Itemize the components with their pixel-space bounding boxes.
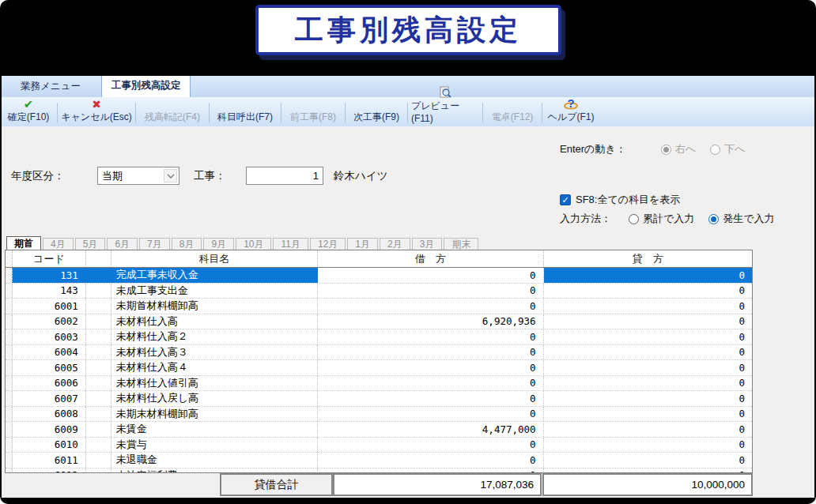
cell-gap [86,299,111,314]
cell-code: 6007 [13,391,86,406]
input-method-option-1[interactable]: 発生で入力 [708,212,774,226]
cell-gap [86,468,111,473]
cell-debit[interactable]: 0 [318,299,543,314]
cell-debit[interactable]: 4,477,000 [318,422,543,437]
chevron-down-icon[interactable] [164,169,177,182]
tab-balance-setting[interactable]: 工事別残高設定 [101,76,191,97]
radio-icon[interactable] [629,214,639,224]
table-row[interactable]: 6011未退職金00 [6,453,752,468]
toolbar-separator [345,103,346,122]
toolbar-button-label: 前工事(F8) [290,111,336,124]
cell-credit: 0 [544,329,752,344]
cell-debit[interactable]: 0 [318,329,543,344]
table-row[interactable]: 6006未材料仕入値引高00 [6,376,752,392]
cell-debit[interactable]: 0 [318,391,543,406]
month-tab-2月[interactable]: 2月 [380,238,410,250]
cell-credit: 0 [544,407,752,422]
enter-option-label: 下へ [724,142,745,156]
cell-name: 未材料仕入値引高 [111,376,318,391]
table-row[interactable]: 6002未材料仕入高6,920,9360 [6,314,752,330]
cell-selector [6,391,13,406]
project-code-value: 1 [313,170,319,182]
toolbar-button-cancel[interactable]: ✖キャンセル(Esc) [61,97,132,126]
toolbar-button-calc: 電卓(F12) [486,97,538,126]
project-name: 鈴木ハイツ [334,169,387,183]
month-tab-5月[interactable]: 5月 [75,238,106,250]
table-row[interactable]: 6012未法定福利費00 [6,468,752,473]
table-row[interactable]: 6001未期首材料棚卸高00 [6,299,752,314]
cell-debit[interactable]: 0 [318,360,543,375]
table-row[interactable]: 6007未材料仕入戻し高00 [6,391,752,407]
balance-grid: コード 科目名 借 方 貸 方 131完成工事未収入金00143未成工事支出金0… [5,250,753,473]
project-label: 工事： [194,169,226,183]
month-tab-3月[interactable]: 3月 [412,238,443,250]
cell-gap [86,329,111,344]
cell-debit[interactable]: 0 [318,284,543,299]
toolbar-button-label: 残高転記(F4) [145,111,200,124]
month-tab-6月[interactable]: 6月 [107,238,138,250]
month-tab-11月[interactable]: 11月 [273,238,308,250]
cell-debit[interactable]: 6,920,936 [318,314,543,329]
month-tab-9月[interactable]: 9月 [203,238,234,250]
enter-direction-group: Enterの動き： 右へ下へ [560,142,745,156]
cell-selector [6,268,13,283]
toolbar: ✔確定(F10)✖キャンセル(Esc)残高転記(F4)科目呼出(F7)前工事(F… [2,97,814,127]
cell-credit: 0 [544,422,752,437]
year-section-select[interactable]: 当期 [97,167,179,185]
cell-gap [86,314,111,329]
cell-selector [6,468,13,473]
cell-debit[interactable]: 0 [318,453,543,468]
month-tab-1月[interactable]: 1月 [347,238,378,250]
cell-debit[interactable]: 0 [318,345,543,360]
table-row[interactable]: 6010未賞与00 [6,438,752,453]
project-code-input[interactable]: 1 [246,167,323,185]
toolbar-button-preview[interactable]: プレビュー(F11) [411,97,479,126]
cell-credit: 0 [544,391,752,406]
month-tab-8月[interactable]: 8月 [172,238,202,250]
cell-code: 6002 [13,314,86,329]
month-tab-10月[interactable]: 10月 [236,238,271,250]
input-method-option-0[interactable]: 累計で入力 [629,212,694,226]
grid-header-gap [86,250,111,267]
table-row[interactable]: 131完成工事未収入金00 [6,268,752,284]
toolbar-button-label: プレビュー(F11) [411,100,479,124]
enter-option-0: 右へ [661,142,696,156]
cell-debit[interactable]: 0 [318,376,543,391]
grid-header-name: 科目名 [111,250,318,267]
table-row[interactable]: 6009未賃金4,477,0000 [6,422,752,438]
table-row[interactable]: 143未成工事支出金00 [6,284,752,299]
sf8-checkbox[interactable]: ✓ [560,194,571,205]
cell-selector [6,422,13,437]
totals-debit: 17,087,036 [333,473,542,496]
app-window: 業務メニュー 工事別残高設定 ✔確定(F10)✖キャンセル(Esc)残高転記(F… [2,76,814,498]
month-tab-期首[interactable]: 期首 [6,236,41,250]
toolbar-button-confirm[interactable]: ✔確定(F10) [3,97,54,126]
cell-debit[interactable]: 0 [318,438,543,453]
table-row[interactable]: 6008未期末材料棚卸高00 [6,407,752,423]
month-tab-期末[interactable]: 期末 [444,238,478,250]
cell-selector [6,299,13,314]
grid-header: コード 科目名 借 方 貸 方 [6,250,752,268]
cell-credit: 0 [544,268,752,283]
toolbar-button-label: ヘルプ(F1) [548,111,595,124]
cell-code: 131 [13,268,86,283]
tab-business-menu[interactable]: 業務メニュー [9,76,92,97]
cell-debit[interactable]: 0 [318,468,543,473]
cell-debit[interactable]: 0 [318,268,543,283]
toolbar-button-subject[interactable]: 科目呼出(F7) [213,97,278,126]
month-tab-4月[interactable]: 4月 [43,238,74,250]
cell-debit[interactable]: 0 [318,407,543,422]
radio-icon[interactable] [708,214,719,224]
toolbar-button-help[interactable]: ?ヘルプ(F1) [546,97,596,126]
year-section-label: 年度区分： [11,169,65,183]
sf8-label: SF8:全ての科目を表示 [576,193,680,207]
help-icon: ? [563,97,579,111]
table-row[interactable]: 6004未材料仕入高３00 [6,345,752,361]
table-row[interactable]: 6005未材料仕入高４00 [6,360,752,376]
radio-icon [710,145,720,155]
table-row[interactable]: 6003未材料仕入高２00 [6,329,752,345]
month-tab-7月[interactable]: 7月 [139,238,170,250]
month-tab-12月[interactable]: 12月 [310,238,346,250]
toolbar-button-next[interactable]: 次工事(F9) [349,97,404,126]
cell-name: 未材料仕入高 [111,314,318,329]
